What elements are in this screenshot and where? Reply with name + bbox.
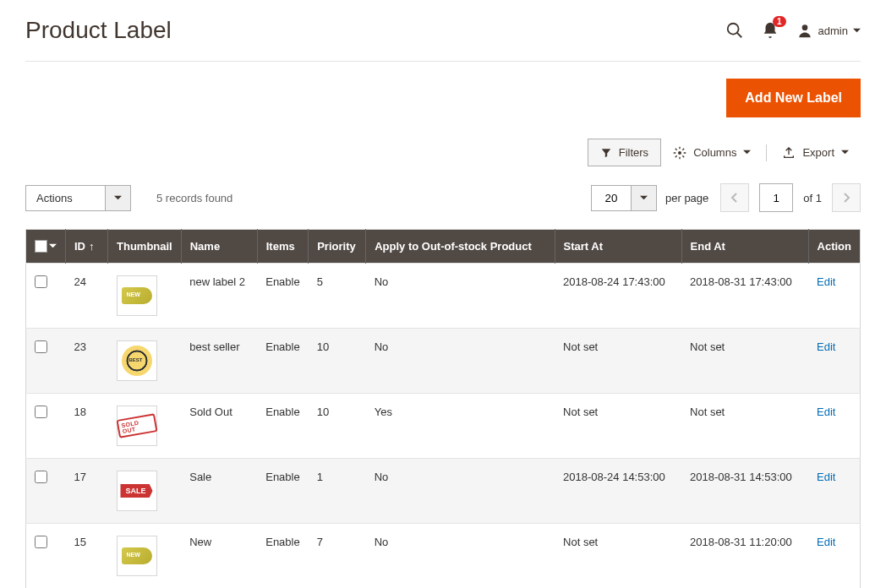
row-checkbox[interactable] (35, 471, 47, 483)
export-icon (782, 146, 796, 160)
col-start-at[interactable]: Start At (555, 230, 681, 264)
cell-name: Sold Out (181, 394, 257, 459)
chevron-left-icon (730, 192, 739, 204)
cell-priority: 1 (309, 459, 366, 524)
table-row: 24new label 2Enable5No2018-08-24 17:43:0… (26, 264, 861, 329)
cell-end-at: Not set (681, 329, 808, 394)
filters-button[interactable]: Filters (588, 139, 661, 166)
select-all-checkbox[interactable] (35, 240, 57, 253)
cell-start-at: Not set (555, 394, 681, 459)
label-thumbnail-new (122, 287, 152, 304)
actions-dropdown-toggle[interactable] (106, 185, 131, 211)
cell-apply-oos: No (366, 459, 555, 524)
row-checkbox[interactable] (35, 406, 47, 418)
per-page-dropdown-toggle[interactable] (632, 185, 657, 211)
sort-asc-icon: ↑ (89, 240, 95, 253)
search-button[interactable] (725, 21, 744, 40)
caret-down-icon (49, 242, 57, 250)
col-name[interactable]: Name (181, 230, 257, 264)
col-apply-oos[interactable]: Apply to Out-of-stock Product (366, 230, 555, 264)
next-page-button[interactable] (832, 183, 861, 212)
svg-line-1 (736, 33, 741, 38)
notifications-button[interactable]: 1 (761, 21, 779, 40)
user-icon (796, 22, 813, 39)
label-thumbnail-sale: SALE (120, 484, 152, 498)
data-grid: ID↑ Thumbnail Name Items Priority Apply … (25, 229, 861, 588)
caret-down-icon (114, 194, 122, 202)
row-checkbox[interactable] (35, 275, 47, 288)
cell-name: New (181, 524, 257, 589)
row-checkbox[interactable] (35, 536, 47, 548)
cell-start-at: Not set (555, 329, 681, 394)
table-row: 15NewEnable7NoNot set2018-08-31 11:20:00… (26, 524, 861, 589)
row-checkbox[interactable] (35, 340, 47, 353)
cell-name: Sale (181, 459, 257, 524)
cell-items: Enable (257, 394, 308, 459)
cell-thumbnail (117, 275, 157, 316)
funnel-icon (600, 147, 612, 159)
caret-down-icon (841, 149, 849, 156)
cell-end-at: 2018-08-31 17:43:00 (681, 264, 808, 329)
cell-name: best seller (181, 329, 257, 394)
add-new-label-button[interactable]: Add New Label (726, 79, 861, 117)
cell-items: Enable (257, 459, 308, 524)
col-action[interactable]: Action (808, 230, 860, 264)
cell-priority: 7 (309, 524, 366, 589)
page-title: Product Label (25, 17, 172, 44)
export-button[interactable]: Export (770, 139, 861, 166)
edit-link[interactable]: Edit (817, 536, 835, 548)
cell-id: 17 (66, 459, 108, 524)
label-thumbnail-new (122, 547, 152, 564)
per-page-label: per page (665, 192, 708, 204)
cell-apply-oos: No (366, 264, 555, 329)
chevron-right-icon (842, 192, 850, 204)
caret-down-icon (640, 194, 648, 202)
user-menu[interactable]: admin (796, 22, 861, 39)
notification-badge: 1 (773, 16, 786, 27)
label-thumbnail-best (122, 346, 152, 376)
username: admin (818, 24, 848, 37)
current-page-input[interactable] (759, 183, 793, 212)
cell-thumbnail (117, 340, 157, 381)
cell-apply-oos: Yes (366, 394, 555, 459)
page-total: of 1 (803, 192, 822, 204)
per-page-input[interactable] (591, 185, 632, 211)
cell-end-at: 2018-08-31 11:20:00 (681, 524, 808, 589)
cell-thumbnail: SOLD OUT (117, 406, 157, 446)
table-row: 17SALESaleEnable1No2018-08-24 14:53:0020… (26, 459, 861, 524)
columns-button[interactable]: Columns (661, 139, 763, 166)
col-end-at[interactable]: End At (681, 230, 808, 264)
cell-items: Enable (257, 524, 308, 589)
cell-start-at: 2018-08-24 14:53:00 (555, 459, 681, 524)
cell-items: Enable (257, 329, 308, 394)
col-priority[interactable]: Priority (309, 230, 366, 264)
actions-dropdown[interactable]: Actions (25, 185, 131, 211)
cell-end-at: Not set (681, 394, 808, 459)
col-thumbnail[interactable]: Thumbnail (108, 230, 182, 264)
col-items[interactable]: Items (257, 230, 308, 264)
edit-link[interactable]: Edit (817, 275, 835, 288)
cell-apply-oos: No (366, 329, 555, 394)
col-id[interactable]: ID↑ (66, 230, 108, 264)
cell-priority: 10 (309, 394, 366, 459)
svg-point-3 (678, 151, 681, 155)
cell-thumbnail (117, 536, 157, 576)
svg-point-2 (801, 24, 807, 30)
cell-id: 18 (66, 394, 108, 459)
cell-id: 15 (66, 524, 108, 589)
label-thumbnail-soldout: SOLD OUT (116, 413, 157, 438)
gear-icon (673, 146, 686, 160)
cell-start-at: Not set (555, 524, 681, 589)
edit-link[interactable]: Edit (817, 471, 835, 483)
prev-page-button[interactable] (720, 183, 749, 212)
cell-thumbnail: SALE (117, 471, 157, 511)
search-icon (725, 21, 744, 40)
cell-id: 24 (66, 264, 108, 329)
edit-link[interactable]: Edit (817, 340, 835, 353)
cell-name: new label 2 (181, 264, 257, 329)
cell-apply-oos: No (366, 524, 555, 589)
caret-down-icon (853, 27, 861, 35)
cell-priority: 5 (309, 264, 366, 329)
edit-link[interactable]: Edit (817, 406, 835, 418)
cell-items: Enable (257, 264, 308, 329)
